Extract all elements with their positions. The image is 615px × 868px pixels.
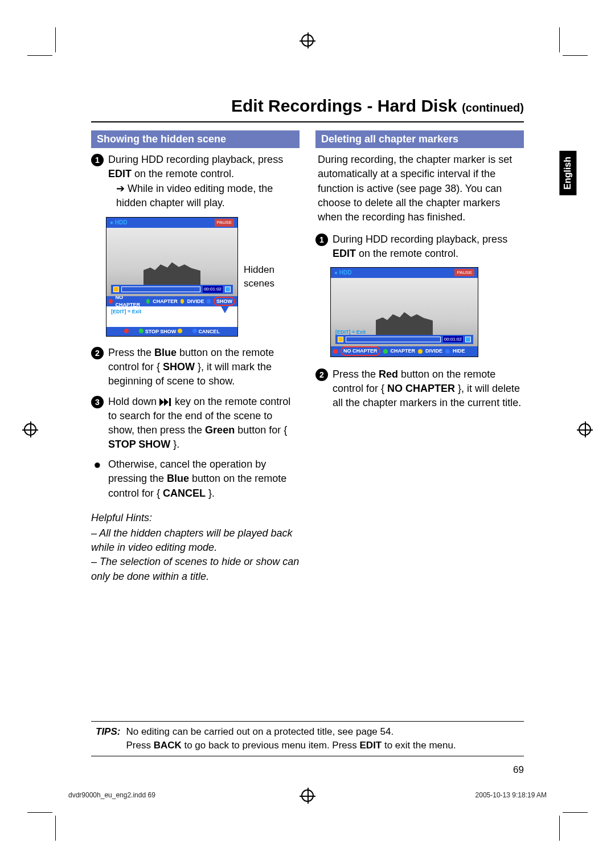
show-keyword: SHOW [163,361,195,372]
osd-opt-nochapter: NO CHAPTER [116,294,144,308]
osd-hdd-label: ● HDD [110,219,128,227]
section-heading-delete: Deleting all chapter markers [315,130,524,148]
crop-mark-icon [563,55,588,56]
tips-box: TIPS: No editing can be carried out on a… [91,721,524,756]
osd-opt-hide: HIDE [453,347,465,355]
title-continued: (continued) [462,101,524,114]
edit-keyword: EDIT [333,248,356,259]
text: Press the [333,369,379,380]
step1-text: During HDD recording playback, press [108,154,283,165]
edit-keyword: EDIT [108,168,132,179]
step-number-icon: 2 [315,369,328,381]
osd-color-bar: NO CHAPTER CHAPTER DIVIDE HIDE [331,346,478,357]
osd-opt-divide: DIVIDE [187,298,204,305]
progress-right-icon [465,337,471,342]
right-column: Deleting all chapter markers During reco… [315,130,524,584]
page-title: Edit Recordings - Hard Disk (continued) [91,94,524,122]
left-column: Showing the hidden scene 1 During HDD re… [91,130,300,584]
registration-mark-icon [24,423,36,436]
osd-progress-bar: 00:01:02 [111,285,233,294]
osd-cancel: CANCEL [198,329,220,334]
green-dot-icon [146,299,150,304]
back-keyword: BACK [154,740,182,751]
page-number: 69 [513,763,524,777]
language-tab: English [559,151,576,195]
footer-file: dvdr9000h_eu_eng2.indd 69 [68,791,155,800]
step1-sub-text: While in video editing mode, the hidden … [116,183,273,208]
bullet-icon: ● [91,458,104,501]
osd-opt-divide: DIVIDE [425,347,442,355]
osd-opt-show: SHOW [214,297,235,306]
red-dot-icon [333,349,338,354]
crop-mark-icon [55,27,56,52]
progress-left-icon [338,337,343,342]
section-heading-show: Showing the hidden scene [91,130,300,148]
svg-marker-0 [159,398,164,406]
text: }. [170,439,179,450]
tips-label: TIPS: [96,725,120,752]
fast-forward-icon [159,398,172,406]
osd-color-bar: NO CHAPTER CHAPTER DIVIDE SHOW [106,296,237,306]
crop-mark-icon [559,816,560,841]
nochapter-keyword: NO CHAPTER [387,383,455,394]
thumbnail-caption: Hidden scenes [244,263,300,290]
step-1-right: 1 During HDD recording playback, press E… [315,232,524,261]
red-dot-icon [124,329,129,333]
text: Hold down [108,396,159,407]
osd-opt-chapter: CHAPTER [153,298,178,305]
step-2-left: 2 Press the Blue button on the remote co… [91,346,300,389]
green-dot-icon [139,329,144,333]
osd-opt-chapter: CHAPTER [391,347,416,355]
step-number-icon: 1 [91,154,104,166]
blue-dot-icon [192,329,197,333]
thumbnail-image-icon [376,310,433,336]
osd-time: 00:01:02 [203,286,223,292]
blue-dot-icon [207,299,211,304]
osd-extra-bar: STOP SHOW CANCEL [106,327,237,336]
osd-pause-badge: PAUSE [454,269,474,276]
hints-line: – The selection of scenes to hide or sho… [91,555,300,583]
osd-time: 00:01:02 [443,336,463,342]
right-intro: During recording, the chapter marker is … [315,153,524,224]
step1-text2: on the remote control. [132,168,234,179]
title-main: Edit Recordings - Hard Disk [231,96,457,115]
step1-sub: ➔ While in video editing mode, the hidde… [108,182,300,210]
svg-rect-2 [169,398,171,406]
step-3-left: 3 Hold down key on the remote control to… [91,395,300,452]
bullet-left: ● Otherwise, cancel the operation by pre… [91,457,300,501]
crop-mark-icon [27,55,52,56]
blue-keyword: Blue [154,347,177,358]
crop-mark-icon [559,27,560,52]
tips-line2: Press BACK to go back to previous menu i… [126,739,456,752]
edit-keyword: EDIT [360,740,382,751]
step-number-icon: 1 [315,234,328,246]
hints-line: – All the hidden chapters will be played… [91,526,300,555]
yellow-dot-icon [181,299,184,304]
yellow-dot-icon [178,329,182,333]
step-number-icon: 3 [91,396,104,408]
thumbnail-image-icon [144,260,200,286]
osd-thumbnail-right: ● HDD PAUSE 00:01:02 [EDIT] = Exit [330,267,478,357]
registration-mark-icon [301,34,314,47]
arrow-down-icon [220,305,229,313]
osd-stopshow: STOP SHOW [145,329,177,334]
osd-opt-nochapter: NO CHAPTER [341,346,380,356]
progress-right-icon [225,286,231,292]
text: }. [206,488,215,499]
osd-exit-label: [EDIT] = Exit [111,308,141,316]
green-dot-icon [383,349,388,354]
tips-line1: No editing can be carried out on a prote… [126,725,456,739]
text: on the remote control. [356,248,458,259]
arrow-icon: ➔ [116,183,128,194]
cancel-keyword: CANCEL [163,488,206,499]
hints-title: Helpful Hints: [91,511,300,525]
osd-exit-label: [EDIT] = Exit [335,329,366,336]
yellow-dot-icon [418,349,423,354]
crop-mark-icon [563,812,588,813]
step-2-right: 2 Press the Red button on the remote con… [315,367,524,411]
crop-mark-icon [27,812,52,813]
registration-mark-icon [579,423,591,436]
green-keyword: Green [205,424,235,436]
progress-left-icon [113,286,119,292]
footer-timestamp: 2005-10-13 9:18:19 AM [475,791,547,800]
